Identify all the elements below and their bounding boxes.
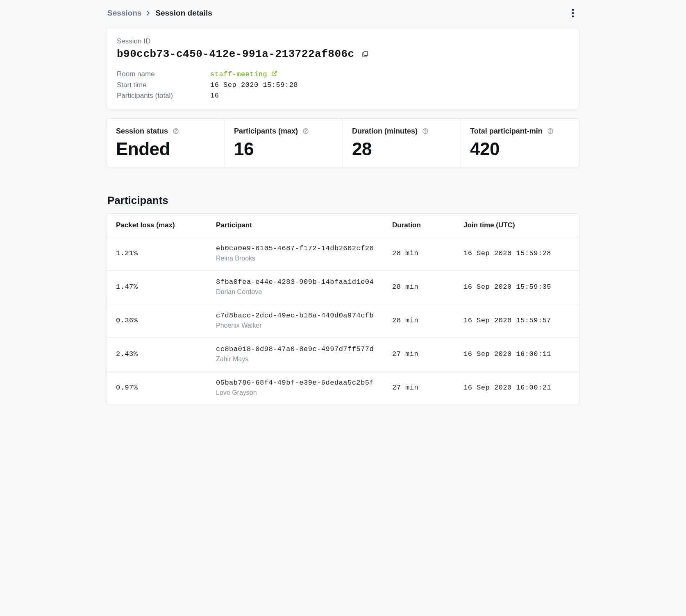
help-icon[interactable] [172, 127, 179, 135]
participants-heading: Participants [107, 194, 579, 207]
cell-participant: 05bab786-68f4-49bf-e39e-6dedaa5c2b5fLove… [207, 371, 383, 405]
cell-participant: c7d8bacc-2dcd-49ec-b18a-440d0a974cfbPhoe… [207, 304, 383, 338]
col-duration[interactable]: Duration [383, 214, 454, 237]
svg-rect-3 [364, 51, 368, 56]
table-row[interactable]: 1.21%eb0ca0e9-6105-4687-f172-14db2602cf2… [107, 237, 579, 271]
stat-label: Duration (minutes) [352, 127, 418, 136]
participant-name: Zahir Mays [216, 356, 374, 363]
col-participant[interactable]: Participant [207, 214, 383, 237]
cell-packet-loss: 0.36% [107, 304, 207, 338]
participants-total-value: 16 [210, 92, 569, 100]
svg-point-1 [572, 12, 574, 14]
cell-join-time: 16 Sep 2020 15:59:57 [454, 304, 579, 338]
stat-value: 16 [234, 140, 334, 159]
stat-value: 28 [352, 140, 452, 159]
stat-value: Ended [116, 140, 216, 159]
room-name-value: staff-meeting [210, 70, 267, 78]
cell-join-time: 16 Sep 2020 15:59:28 [454, 237, 579, 271]
svg-point-0 [572, 9, 574, 11]
participant-id: 8fba0fea-e44e-4283-909b-14bfaa1d1e04 [216, 278, 374, 286]
table-row[interactable]: 1.47%8fba0fea-e44e-4283-909b-14bfaa1d1e0… [107, 271, 579, 304]
start-time-value: 16 Sep 2020 15:59:28 [210, 81, 569, 89]
start-time-label: Start time [117, 81, 207, 89]
cell-duration: 28 min [383, 271, 454, 304]
cell-duration: 28 min [383, 304, 454, 338]
participant-id: eb0ca0e9-6105-4687-f172-14db2602cf26 [216, 245, 374, 252]
svg-point-10 [425, 132, 425, 133]
participant-name: Reina Brooks [216, 255, 374, 262]
cell-join-time: 16 Sep 2020 16:00:11 [454, 338, 579, 371]
chevron-right-icon [146, 10, 150, 16]
stats-row: Session status Ended Participants (max) … [107, 118, 579, 168]
stat-label: Session status [116, 127, 168, 136]
breadcrumb-root[interactable]: Sessions [107, 9, 141, 18]
help-icon[interactable] [302, 127, 309, 135]
stat-participants-max: Participants (max) 16 [225, 119, 343, 168]
topbar: Sessions Session details [107, 7, 579, 28]
stat-label: Total participant-min [470, 127, 543, 136]
stat-value: 420 [470, 140, 570, 159]
svg-point-2 [572, 16, 574, 18]
cell-duration: 27 min [383, 371, 454, 405]
stat-session-status: Session status Ended [107, 119, 225, 168]
cell-participant: 8fba0fea-e44e-4283-909b-14bfaa1d1e04Dori… [207, 271, 383, 304]
svg-point-6 [175, 132, 176, 133]
participant-id: 05bab786-68f4-49bf-e39e-6dedaa5c2b5f [216, 379, 374, 387]
participants-table: Packet loss (max) Participant Duration J… [107, 213, 579, 405]
session-summary-card: Session ID b90ccb73-c450-412e-991a-21372… [107, 28, 579, 109]
room-name-link[interactable]: staff-meeting [210, 70, 277, 79]
cell-duration: 27 min [383, 338, 454, 371]
table-row[interactable]: 2.43%cc8ba018-0d98-47a0-8e9c-4997d7ff577… [107, 338, 579, 371]
svg-point-8 [305, 132, 306, 133]
cell-duration: 28 min [383, 237, 454, 271]
col-packet-loss[interactable]: Packet loss (max) [107, 214, 207, 237]
svg-point-12 [550, 132, 550, 133]
breadcrumb-current: Session details [155, 9, 212, 18]
table-row[interactable]: 0.36%c7d8bacc-2dcd-49ec-b18a-440d0a974cf… [107, 304, 579, 338]
cell-participant: eb0ca0e9-6105-4687-f172-14db2602cf26Rein… [207, 237, 383, 271]
cell-participant: cc8ba018-0d98-47a0-8e9c-4997d7ff577dZahi… [207, 338, 383, 371]
participant-name: Love Grayson [216, 389, 374, 396]
stat-total-participant-min: Total participant-min 420 [461, 119, 579, 168]
table-row[interactable]: 0.97%05bab786-68f4-49bf-e39e-6dedaa5c2b5… [107, 371, 579, 405]
external-link-icon [271, 70, 277, 79]
participant-id: cc8ba018-0d98-47a0-8e9c-4997d7ff577d [216, 345, 374, 353]
col-join-time[interactable]: Join time (UTC) [454, 214, 579, 237]
cell-packet-loss: 1.47% [107, 271, 207, 304]
session-id-value: b90ccb73-c450-412e-991a-213722af806c [117, 48, 354, 60]
room-name-label: Room name [117, 70, 207, 79]
svg-line-4 [274, 71, 277, 74]
copy-icon[interactable] [360, 49, 370, 59]
cell-packet-loss: 1.21% [107, 237, 207, 271]
participants-total-label: Participants (total) [117, 92, 207, 100]
cell-packet-loss: 0.97% [107, 371, 207, 405]
breadcrumb: Sessions Session details [107, 9, 212, 18]
more-menu-button[interactable] [567, 7, 579, 19]
participant-id: c7d8bacc-2dcd-49ec-b18a-440d0a974cfb [216, 312, 374, 319]
stat-duration-minutes: Duration (minutes) 28 [343, 119, 461, 168]
help-icon[interactable] [547, 127, 554, 135]
help-icon[interactable] [422, 127, 429, 135]
participant-name: Phoenix Walker [216, 322, 374, 329]
cell-join-time: 16 Sep 2020 15:59:35 [454, 271, 579, 304]
cell-packet-loss: 2.43% [107, 338, 207, 371]
session-id-label: Session ID [117, 37, 569, 45]
participant-name: Dorian Cordova [216, 288, 374, 296]
cell-join-time: 16 Sep 2020 16:00:21 [454, 371, 579, 405]
stat-label: Participants (max) [234, 127, 298, 136]
